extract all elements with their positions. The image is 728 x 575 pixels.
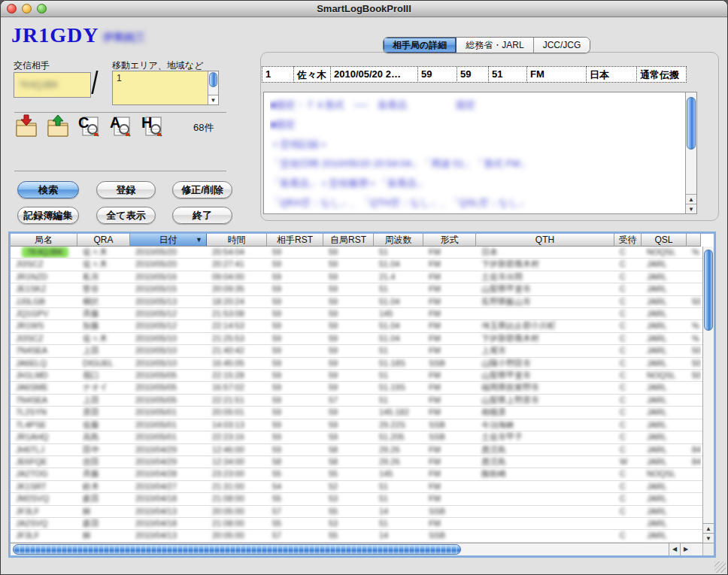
- partner-input[interactable]: 7K4QJBK: [14, 72, 91, 98]
- column-header-局名[interactable]: 局名: [11, 234, 77, 247]
- table-row[interactable]: JK1SRT鈴木2010/04/2721:31:00545251FMCJARL: [11, 481, 702, 493]
- column-header-QRA[interactable]: QRA: [77, 234, 130, 247]
- table-row[interactable]: JE1SKZ菅谷2010/05/1520:09:35595951FM山梨県甲斐市…: [11, 283, 702, 295]
- table-cell: [687, 506, 701, 517]
- column-header-QSL[interactable]: QSL: [642, 234, 687, 247]
- table-cell: 2010/05/20: [130, 259, 207, 270]
- column-header-時間[interactable]: 時間: [207, 234, 267, 247]
- table-cell: 2010/04/27: [130, 481, 207, 492]
- detail-record-row[interactable]: 1佐々木2010/05/20 2…595951FM日本通常伝搬: [262, 66, 687, 83]
- table-cell: 私市: [77, 271, 130, 283]
- notes-scroll-up-icon[interactable]: ▲: [686, 194, 696, 204]
- import-folder-icon[interactable]: [14, 114, 39, 138]
- table-scroll-up-icon[interactable]: ▲: [703, 523, 714, 533]
- table-row[interactable]: JI3SCZ佐々木2010/05/2020:27:41595951.04FM下伊…: [11, 259, 702, 271]
- table-hscrollbar-thumb[interactable]: [13, 544, 461, 555]
- table-cell: 原田: [77, 407, 130, 418]
- table-cell: FM: [423, 518, 476, 529]
- table-row[interactable]: JA6ELQDIGUEL2010/05/1016:45:05595951.18S…: [11, 358, 702, 370]
- divider-buttons: [14, 171, 226, 171]
- quit-button[interactable]: 終了: [172, 207, 232, 224]
- table-cell: FM: [423, 271, 476, 283]
- table-row[interactable]: JA2SVQ森田2010/04/1821:08:00555351FMJARL: [11, 518, 702, 530]
- area-scroll-down-icon[interactable]: ▼: [208, 95, 218, 104]
- column-header-形式[interactable]: 形式: [423, 234, 476, 247]
- resize-grip[interactable]: [714, 561, 726, 573]
- table-cell: 今治海峡: [476, 419, 614, 431]
- column-header-周波数[interactable]: 周波数: [374, 234, 423, 247]
- tab-jcc-jcg[interactable]: JCC/JCG: [534, 38, 590, 53]
- notes-scrollbar-thumb[interactable]: [687, 97, 696, 150]
- table-row[interactable]: JH6TLJ田中2010/04/2912:46:00595829.26FM鹿児島…: [11, 444, 702, 456]
- column-header-QTH[interactable]: QTH: [476, 234, 614, 247]
- tab-partner-detail[interactable]: 相手局の詳細: [384, 38, 457, 53]
- table-cell: FM: [423, 296, 476, 307]
- table-row[interactable]: 7K4QJBK佐々木2010/05/2020:54:04595951FM日本CN…: [11, 247, 702, 259]
- show-all-button[interactable]: 全て表示: [96, 207, 156, 224]
- log-table-body: 7K4QJBK佐々木2010/05/2020:54:04595951FM日本CN…: [11, 247, 702, 543]
- table-row[interactable]: JA2TOG斉藤2010/04/2823:23:005555145FM御前崎CN…: [11, 468, 702, 480]
- table-cell: 林: [77, 506, 130, 517]
- table-cell: C: [614, 320, 642, 331]
- table-cell: 55: [267, 468, 323, 480]
- table-row[interactable]: JJ0LGB柳沢2010/05/1318:20:24595951.04FM長野県…: [11, 296, 702, 308]
- table-row[interactable]: JI3SCZ佐々木2010/05/1021:25:53595951.04FM下伊…: [11, 333, 702, 345]
- column-header-受待[interactable]: 受待: [614, 234, 642, 247]
- export-folder-icon[interactable]: [45, 114, 71, 138]
- table-row[interactable]: JH1LMD堀口2010/05/0522:15:28595951FM山梨県甲斐市…: [11, 370, 702, 382]
- table-row[interactable]: JM2SVQ森田2010/04/1821:08:00555351FMCJARL: [11, 493, 702, 505]
- table-cell: 2010/05/10: [130, 333, 207, 344]
- table-cell: C: [614, 247, 642, 258]
- notes-scroll-down-icon[interactable]: ▼: [686, 204, 696, 213]
- note-line: ■固定・７４形式 ── 装着品 固定: [270, 95, 680, 115]
- table-cell: SSB: [423, 419, 476, 431]
- table-cell: 22:21:51: [207, 395, 267, 406]
- history-search-icon[interactable]: H: [140, 114, 165, 138]
- title-bar[interactable]: SmartLogBookProIII: [1, 1, 727, 17]
- area-scrollbar[interactable]: ▼: [208, 71, 218, 104]
- edit-delete-button[interactable]: 修正/削除: [172, 181, 232, 198]
- area-scrollbar-thumb[interactable]: [209, 72, 217, 87]
- table-scroll-right-icon[interactable]: ▶: [680, 543, 691, 555]
- table-row[interactable]: JE6FQE吉田2010/04/2912:34:00585829.26FM鹿児島…: [11, 456, 702, 468]
- register-button[interactable]: 登録: [96, 181, 156, 198]
- table-row[interactable]: 7L4PSE佐藤2010/05/0114:03:13595929.22SSSB今…: [11, 419, 702, 431]
- column-header-日付[interactable]: 日付▼: [130, 234, 207, 247]
- logbook-edit-button[interactable]: 記録簿編集: [17, 207, 79, 224]
- table-cell: 52: [323, 481, 374, 492]
- column-header-extra[interactable]: [687, 234, 701, 247]
- area-input[interactable]: 1 ▼: [112, 71, 219, 105]
- table-cell: 55: [267, 518, 323, 529]
- table-scroll-left-icon[interactable]: ◀: [669, 543, 680, 555]
- detail-cell: 59: [457, 66, 489, 83]
- table-row[interactable]: JR1WS加藤2010/05/1222:14:53595951.04FM埼玉県比…: [11, 320, 702, 332]
- search-button[interactable]: 検索: [17, 181, 79, 198]
- table-row[interactable]: JA6SMEナオイ2010/05/0516:57:02595951.19SFM福…: [11, 382, 702, 394]
- callsign-search-icon[interactable]: C: [77, 114, 102, 138]
- table-cell: JM2SVQ: [11, 493, 77, 504]
- table-row[interactable]: JF3LF林2010/04/1320:05:00575514SSBCJARL: [11, 530, 702, 542]
- table-row[interactable]: 7L2SYN原田2010/05/0120:05:015959145.182FM相…: [11, 407, 702, 419]
- table-row[interactable]: 7N4SEA上田2010/05/0522:21:51595751FM山梨県上野原…: [11, 395, 702, 407]
- table-cell: 51: [374, 481, 423, 492]
- table-row[interactable]: JR1AHQ高島2010/05/0122:23:16595951.205SSB土…: [11, 431, 702, 443]
- toolbar: C A H: [14, 114, 165, 138]
- table-horizontal-scrollbar[interactable]: ◀ ▶: [11, 543, 714, 555]
- address-search-icon[interactable]: A: [108, 114, 134, 138]
- table-row[interactable]: 7N4SEA上田2010/05/1021:40:42595951FM上尾市CJA…: [11, 345, 702, 357]
- table-scroll-down-icon[interactable]: ▼: [703, 533, 714, 543]
- table-cell: 高島: [77, 431, 130, 443]
- table-vertical-scrollbar[interactable]: ▲ ▼: [702, 247, 714, 543]
- notes-scrollbar[interactable]: ▲ ▼: [685, 92, 696, 213]
- table-cell: 加藤: [77, 320, 130, 331]
- table-row[interactable]: JF3LF林2010/04/1320:05:00575514SSBCJARL: [11, 506, 702, 518]
- table-row[interactable]: JR1NZD私市2010/05/1609:04:00595921.4FM土佐市出…: [11, 271, 702, 283]
- column-header-自局RST[interactable]: 自局RST: [323, 234, 374, 247]
- table-vscrollbar-thumb[interactable]: [704, 250, 713, 331]
- table-cell: [476, 530, 614, 541]
- detail-notes-area[interactable]: ■固定・７４形式 ── 装着品 固定■固定＜交信記録＞「交信日時 2010/05…: [263, 92, 697, 214]
- column-header-相手RST[interactable]: 相手RST: [267, 234, 323, 247]
- table-cell: SSB: [423, 358, 476, 369]
- tab-soumu-jarl[interactable]: 総務省・JARL: [457, 38, 533, 53]
- table-row[interactable]: JQ1GPV斉藤2010/05/1221:53:085959145FMCJARL: [11, 308, 702, 320]
